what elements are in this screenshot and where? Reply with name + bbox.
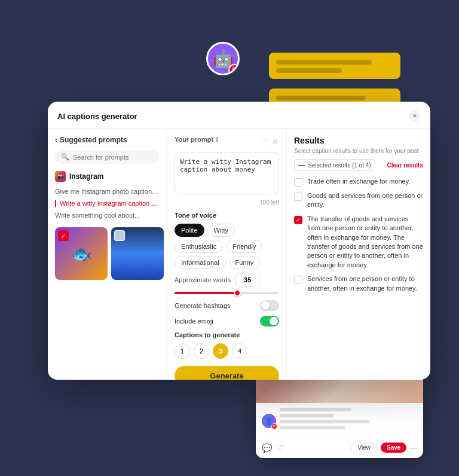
search-input[interactable] [73, 154, 154, 161]
thumb-1-check: ✓ [58, 230, 69, 241]
result-text-4: Services from one person or entity to an… [307, 274, 423, 293]
slider-fill [175, 292, 237, 294]
post-line-3 [280, 420, 369, 423]
close-icon[interactable]: ✕ [272, 137, 279, 147]
post-line-1 [280, 408, 351, 411]
avatar: 🤖 P [206, 42, 240, 75]
pill-line-3 [276, 96, 366, 100]
tone-buttons-row: Polite Witty Enthusiastic Friendly Infor… [175, 224, 279, 269]
suggested-prompts-label: Suggested prompts [60, 136, 127, 144]
results-subtitle: Select caption results to use them for y… [294, 148, 423, 154]
generate-button[interactable]: Generate [175, 366, 279, 380]
tone-of-voice-label: Tone of voice [175, 212, 279, 219]
result-check-1[interactable] [294, 178, 302, 187]
selected-badge: — Selected results (1 of 4) [294, 159, 375, 171]
image-thumbnails: 🐟 ✓ [55, 227, 160, 280]
post-text-lines [280, 408, 417, 434]
prompt-label: Your prompt ℹ [175, 136, 218, 143]
instagram-icon: 📷 [55, 171, 66, 182]
include-emoji-toggle[interactable] [260, 316, 279, 327]
close-button[interactable]: × [409, 110, 421, 122]
left-panel: ‹ Suggested prompts 🔍 📷 Instagram Give m… [48, 129, 167, 380]
result-check-4[interactable] [294, 276, 302, 284]
modal-header: AI captions generator × [48, 102, 430, 129]
tone-polite[interactable]: Polite [175, 224, 204, 237]
pinterest-badge: P [228, 64, 240, 75]
include-emoji-label: Include emoji [175, 318, 213, 325]
approximate-words-label: Approximate words [175, 276, 231, 283]
words-slider[interactable] [175, 292, 279, 294]
info-icon: ℹ [216, 136, 218, 143]
more-icon[interactable]: ··· [410, 443, 417, 453]
tone-informational[interactable]: Informational [175, 256, 226, 269]
caption-num-3[interactable]: 3 [213, 343, 228, 359]
modal-title: AI captions generator [57, 112, 137, 121]
prompt-item-2[interactable]: Write a witty Instagram caption about... [55, 200, 160, 207]
prompt-actions: ♡ ✕ [261, 137, 279, 147]
save-button[interactable]: Save [381, 443, 406, 453]
post-user-row: 👤 P [262, 408, 417, 434]
result-text-2: Goods and services from one person or en… [307, 191, 423, 210]
post-line-2 [280, 414, 333, 417]
modal-body: ‹ Suggested prompts 🔍 📷 Instagram Give m… [48, 129, 430, 380]
slider-thumb [234, 289, 241, 297]
back-link[interactable]: ‹ Suggested prompts [55, 136, 160, 144]
search-box[interactable]: 🔍 [55, 150, 160, 164]
result-item-4: Services from one person or entity to an… [294, 274, 423, 293]
char-count: 100 left [175, 199, 279, 206]
clear-results-button[interactable]: Clear results [387, 162, 423, 169]
generate-hashtags-row: Generate hashtags [175, 300, 279, 311]
thumb-2-check [114, 230, 125, 241]
comment-icon[interactable]: 💬 [262, 443, 272, 453]
decorative-pill-1 [269, 53, 400, 79]
result-check-2[interactable] [294, 193, 302, 201]
result-item-2: Goods and services from one person or en… [294, 191, 423, 210]
result-item-1: Trade often in exchange for money. [294, 177, 423, 187]
heart-icon[interactable]: ♡ [261, 137, 268, 147]
caption-num-2[interactable]: 2 [194, 343, 209, 359]
approximate-words-input[interactable] [235, 273, 259, 287]
prompt-item-3[interactable]: Write something cool about... [55, 212, 160, 219]
captions-number-row: 1 2 3 4 [175, 343, 279, 359]
platform-name: Instagram [69, 172, 103, 181]
tone-funny[interactable]: Funny [229, 256, 261, 269]
caption-num-4[interactable]: 4 [232, 343, 247, 359]
prompt-item-1[interactable]: Give me Instagram photo captions for a..… [55, 188, 160, 195]
toggle-knob-emoji [270, 317, 278, 325]
post-avatar: 👤 P [262, 414, 276, 428]
result-text-1: Trade often in exchange for money. [307, 177, 410, 186]
include-emoji-row: Include emoji [175, 316, 279, 327]
selected-count: Selected results (1 of 4) [308, 162, 371, 169]
ai-captions-modal: AI captions generator × ‹ Suggested prom… [48, 102, 430, 380]
post-desc-lines [280, 408, 417, 429]
thumb-2[interactable] [111, 227, 164, 280]
minus-icon: — [298, 161, 305, 169]
platform-label: 📷 Instagram [55, 171, 160, 182]
tone-enthusiastic[interactable]: Enthusiastic [175, 240, 223, 253]
pill-line-2 [276, 68, 342, 73]
post-actions: 💬 ♡ View Save ··· [262, 438, 417, 453]
middle-panel: Your prompt ℹ ♡ ✕ Write a witty Instagra… [167, 129, 287, 380]
caption-num-1[interactable]: 1 [175, 343, 190, 359]
result-check-3[interactable]: ✓ [294, 216, 302, 224]
prompt-label-row: Your prompt ℹ ♡ ✕ [175, 136, 279, 148]
tone-friendly[interactable]: Friendly [226, 240, 262, 253]
post-footer: 👤 P 💬 ♡ View Save ··· [256, 403, 423, 458]
generate-hashtags-label: Generate hashtags [175, 302, 231, 309]
pinterest-post-badge: P [271, 423, 277, 429]
toggle-knob-hashtags [261, 301, 270, 310]
chevron-left-icon: ‹ [55, 136, 57, 144]
approximate-words-row: Approximate words [175, 273, 279, 287]
tone-witty[interactable]: Witty [207, 224, 235, 237]
view-button[interactable]: View [351, 442, 377, 453]
prompt-textarea[interactable]: Write a witty Instagram caption about mo… [175, 152, 279, 194]
thumb-1[interactable]: 🐟 ✓ [55, 227, 108, 280]
pill-line-1 [276, 60, 372, 65]
like-icon[interactable]: ♡ [277, 443, 284, 453]
captions-to-generate-label: Captions to generate [175, 331, 279, 338]
right-panel: Results Select caption results to use th… [287, 129, 430, 380]
post-line-4 [280, 426, 345, 429]
generate-hashtags-toggle[interactable] [260, 300, 279, 311]
selected-row: — Selected results (1 of 4) Clear result… [294, 159, 423, 171]
result-text-3: The transfer of goods and services from … [307, 215, 423, 270]
